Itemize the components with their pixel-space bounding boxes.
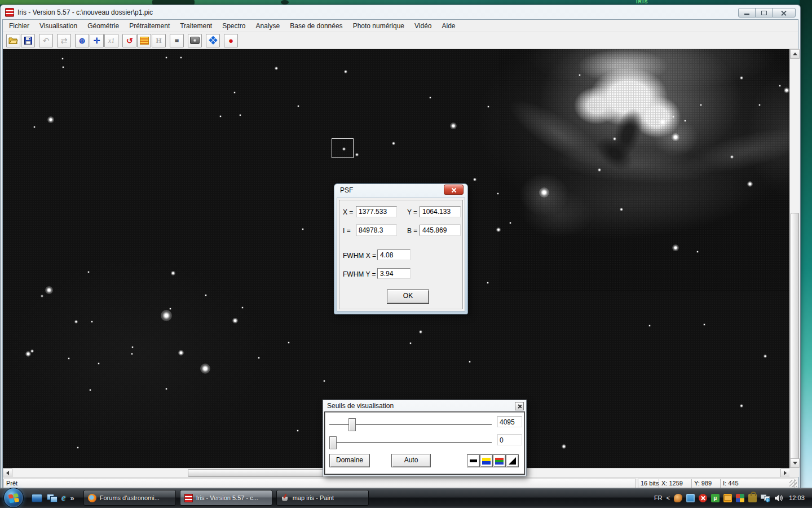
- psf-fwhmx-field[interactable]: [377, 249, 411, 260]
- histogram-button[interactable]: H: [152, 34, 166, 47]
- gradient-display-button[interactable]: [506, 454, 519, 467]
- tray-messenger-icon[interactable]: [674, 494, 682, 502]
- vertical-scroll-thumb[interactable]: [791, 213, 799, 460]
- menu-aide[interactable]: Aide: [437, 20, 461, 32]
- menu-traitement[interactable]: Traitement: [175, 20, 217, 32]
- toolbar: ↶ ⇄ ⊕ ✛ x1 ↺ H ≡ ●: [3, 32, 798, 49]
- auto-button[interactable]: Auto: [391, 454, 431, 467]
- psf-selection-box[interactable]: [332, 138, 354, 158]
- taskbar: e » Forums d'astronomi... Iris - Version…: [0, 488, 812, 508]
- console-button[interactable]: [137, 34, 151, 47]
- center-button[interactable]: ⊕: [75, 34, 89, 47]
- thresholds-dialog: Seuils de visualisation Domaine Auto: [323, 400, 527, 476]
- menu-base-de-donnees[interactable]: Base de données: [285, 20, 347, 32]
- psf-fwhmy-field[interactable]: [377, 268, 411, 279]
- star: [45, 286, 53, 294]
- low-slider-track[interactable]: [329, 442, 492, 443]
- list-button[interactable]: ≡: [170, 34, 184, 47]
- scroll-down-button[interactable]: [790, 458, 800, 468]
- star: [579, 74, 581, 76]
- minimize-button[interactable]: [738, 8, 756, 17]
- status-bit-depth: 16 bits: [638, 479, 659, 488]
- menu-geometrie[interactable]: Géométrie: [82, 20, 124, 32]
- task-paint[interactable]: map iris - Paint: [276, 490, 369, 506]
- tray-update-icon[interactable]: [686, 494, 695, 502]
- psf-y-field[interactable]: [420, 206, 461, 217]
- thresholds-close-button[interactable]: [515, 402, 524, 410]
- tray-security-alert-icon[interactable]: [699, 494, 707, 502]
- volume-icon[interactable]: [774, 494, 783, 502]
- low-slider-thumb[interactable]: [329, 436, 337, 449]
- color-tools-button[interactable]: [206, 34, 220, 47]
- quick-launch-overflow-chevron[interactable]: »: [70, 494, 74, 502]
- language-indicator[interactable]: FR: [654, 494, 663, 501]
- task-firefox[interactable]: Forums d'astronomi...: [83, 490, 176, 506]
- threshold-sliders-icon: ⇄: [61, 37, 68, 45]
- psf-b-field[interactable]: [420, 225, 461, 236]
- show-desktop-icon[interactable]: [32, 494, 42, 502]
- star: [30, 349, 34, 353]
- firefox-icon: [88, 494, 96, 502]
- tray-lock-icon[interactable]: [748, 494, 757, 502]
- close-button[interactable]: [772, 8, 796, 17]
- threshold-button[interactable]: ⇄: [57, 34, 71, 47]
- star: [33, 126, 36, 128]
- menu-fichier[interactable]: Fichier: [4, 20, 34, 32]
- domain-button[interactable]: Domaine: [329, 454, 370, 467]
- high-slider-thumb[interactable]: [348, 418, 356, 431]
- move-button[interactable]: ✛: [90, 34, 104, 47]
- menu-video[interactable]: Vidéo: [409, 20, 436, 32]
- tray-display-icon[interactable]: [736, 494, 744, 502]
- network-icon[interactable]: [761, 494, 770, 502]
- tray-mail-icon[interactable]: [723, 494, 732, 502]
- zoom-x1-button[interactable]: x1: [104, 34, 118, 47]
- restore-button[interactable]: [755, 8, 773, 17]
- scroll-left-button[interactable]: [3, 468, 12, 478]
- switch-windows-icon[interactable]: [47, 494, 57, 502]
- tray-collapse-chevron[interactable]: <: [667, 494, 670, 501]
- star: [613, 137, 616, 141]
- scrollbar-corner: [789, 468, 799, 477]
- psf-x-field[interactable]: [356, 206, 397, 217]
- red-dot-button[interactable]: ●: [224, 34, 238, 47]
- title-bar[interactable]: Iris - Version 5.57 - c:\nouveau dossier…: [1, 5, 800, 19]
- window-title: Iris - Version 5.57 - c:\nouveau dossier…: [17, 8, 153, 16]
- menu-analyse[interactable]: Analyse: [251, 20, 285, 32]
- star: [233, 91, 236, 94]
- mono-display-button[interactable]: [467, 454, 480, 467]
- psf-close-button[interactable]: [444, 185, 464, 195]
- open-file-button[interactable]: [6, 34, 20, 47]
- menu-spectro[interactable]: Spectro: [217, 20, 250, 32]
- tray-utorrent-icon[interactable]: µ: [711, 494, 720, 502]
- save-button[interactable]: [21, 34, 35, 47]
- star: [62, 66, 64, 68]
- scroll-up-button[interactable]: [790, 49, 800, 59]
- clock[interactable]: 12:03: [787, 494, 806, 501]
- psf-i-field[interactable]: [356, 225, 397, 236]
- desktop-wallpaper-right: [800, 0, 812, 488]
- rgb-display-button[interactable]: [493, 454, 506, 467]
- undo-button[interactable]: ↶: [39, 34, 53, 47]
- rotate-button[interactable]: ↺: [122, 34, 136, 47]
- low-threshold-field[interactable]: [497, 435, 522, 445]
- star: [205, 294, 207, 296]
- save-floppy-icon: [24, 37, 32, 45]
- start-button[interactable]: [3, 488, 24, 508]
- star: [429, 97, 431, 99]
- menu-photo-numerique[interactable]: Photo numérique: [348, 20, 409, 32]
- resize-grip[interactable]: [789, 480, 797, 487]
- horizontal-scroll-thumb[interactable]: [188, 469, 324, 477]
- snapshot-button[interactable]: [188, 34, 202, 47]
- star: [648, 325, 651, 327]
- menu-visualisation[interactable]: Visualisation: [34, 20, 82, 32]
- task-iris[interactable]: Iris - Version 5.57 - c...: [180, 490, 272, 506]
- psf-ok-button[interactable]: OK: [387, 290, 429, 304]
- task-buttons: Forums d'astronomi... Iris - Version 5.5…: [83, 490, 369, 506]
- desktop-wallpaper-top: IRIS: [0, 0, 812, 5]
- high-threshold-field[interactable]: [497, 417, 522, 427]
- scroll-right-button[interactable]: [780, 468, 790, 478]
- vertical-scrollbar[interactable]: [789, 49, 800, 468]
- two-color-display-button[interactable]: [480, 454, 493, 467]
- menu-pretraitement[interactable]: Prétraitement: [124, 20, 175, 32]
- internet-explorer-icon[interactable]: e: [61, 492, 66, 503]
